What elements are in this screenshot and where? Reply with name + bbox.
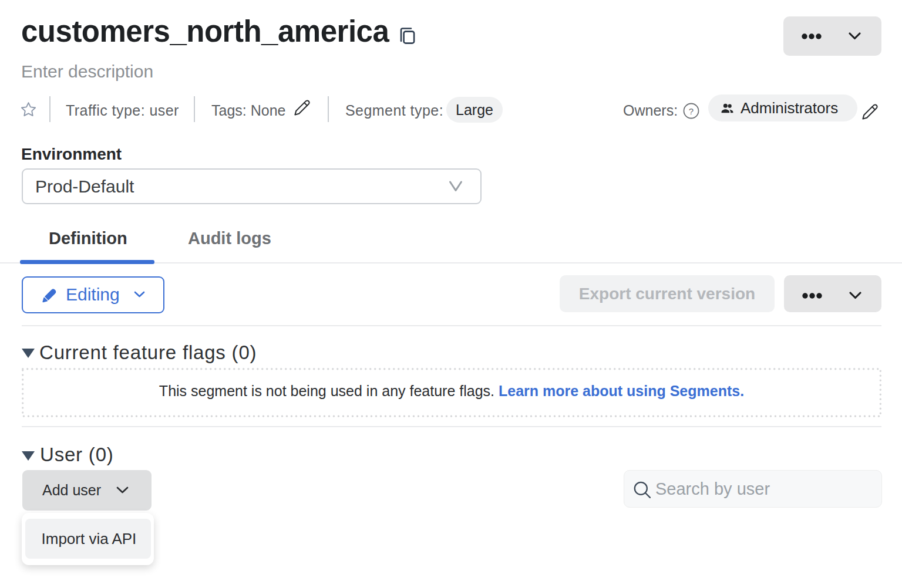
svg-text:?: ? (689, 106, 694, 116)
